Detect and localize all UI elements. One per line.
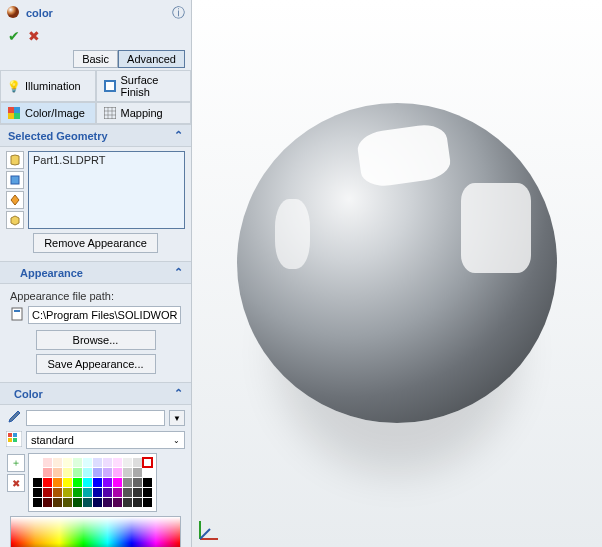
color-swatch[interactable] bbox=[143, 468, 152, 477]
color-swatch[interactable] bbox=[53, 488, 62, 497]
basic-mode-button[interactable]: Basic bbox=[73, 50, 118, 68]
chevron-down-icon: ⌄ bbox=[173, 436, 180, 445]
color-swatch-grid[interactable]: ＋ ✖ bbox=[28, 453, 157, 512]
selected-geometry-list[interactable]: Part1.SLDPRT bbox=[28, 151, 185, 229]
color-swatch[interactable] bbox=[113, 458, 122, 467]
advanced-mode-button[interactable]: Advanced bbox=[118, 50, 185, 68]
color-swatch[interactable] bbox=[113, 488, 122, 497]
tab-illumination[interactable]: 💡 Illumination bbox=[0, 70, 96, 102]
color-swatch[interactable] bbox=[103, 468, 112, 477]
color-swatch[interactable] bbox=[103, 478, 112, 487]
color-header[interactable]: Color ⌃ bbox=[0, 382, 191, 405]
remove-appearance-button[interactable]: Remove Appearance bbox=[33, 233, 158, 253]
view-triad-icon[interactable] bbox=[196, 515, 224, 543]
svg-rect-12 bbox=[8, 433, 12, 437]
color-swatch[interactable] bbox=[63, 468, 72, 477]
color-swatch[interactable] bbox=[53, 478, 62, 487]
color-swatch[interactable] bbox=[143, 488, 152, 497]
color-swatch[interactable] bbox=[73, 478, 82, 487]
save-appearance-button[interactable]: Save Appearance... bbox=[36, 354, 156, 374]
color-swatch[interactable] bbox=[123, 488, 132, 497]
color-swatch[interactable] bbox=[43, 468, 52, 477]
filter-part-button[interactable] bbox=[6, 151, 24, 169]
color-swatch[interactable] bbox=[53, 498, 62, 507]
tab-mapping[interactable]: Mapping bbox=[96, 102, 192, 124]
svg-rect-15 bbox=[13, 438, 17, 442]
color-swatch[interactable] bbox=[63, 498, 72, 507]
color-swatch[interactable] bbox=[83, 458, 92, 467]
add-swatch-button[interactable]: ＋ bbox=[7, 454, 25, 472]
palette-select[interactable]: standard ⌄ bbox=[26, 431, 185, 449]
color-swatch[interactable] bbox=[133, 488, 142, 497]
color-image-icon bbox=[7, 106, 21, 120]
color-swatch[interactable] bbox=[103, 458, 112, 467]
color-swatch[interactable] bbox=[73, 488, 82, 497]
color-swatch[interactable] bbox=[73, 468, 82, 477]
remove-swatch-button[interactable]: ✖ bbox=[7, 474, 25, 492]
color-swatch[interactable] bbox=[93, 468, 102, 477]
color-swatch[interactable] bbox=[63, 458, 72, 467]
tab-color-image[interactable]: Color/Image bbox=[0, 102, 96, 124]
list-item[interactable]: Part1.SLDPRT bbox=[33, 154, 180, 166]
color-swatch[interactable] bbox=[143, 498, 152, 507]
color-swatch[interactable] bbox=[133, 498, 142, 507]
color-swatch[interactable] bbox=[33, 478, 42, 487]
current-color-display[interactable] bbox=[26, 410, 165, 426]
mapping-icon bbox=[103, 106, 117, 120]
eyedropper-icon[interactable] bbox=[6, 409, 22, 427]
ok-button[interactable]: ✔ bbox=[8, 28, 20, 44]
color-swatch[interactable] bbox=[73, 458, 82, 467]
appearance-path-input[interactable] bbox=[28, 306, 181, 324]
color-swatch[interactable] bbox=[83, 468, 92, 477]
color-swatch[interactable] bbox=[83, 488, 92, 497]
color-dropdown-button[interactable]: ▼ bbox=[169, 410, 185, 426]
color-swatch[interactable] bbox=[53, 468, 62, 477]
color-swatch[interactable] bbox=[83, 478, 92, 487]
color-swatch[interactable] bbox=[103, 498, 112, 507]
color-swatch[interactable] bbox=[43, 458, 52, 467]
help-icon[interactable]: ⓘ bbox=[172, 4, 185, 22]
color-swatch[interactable] bbox=[93, 488, 102, 497]
color-swatch[interactable] bbox=[133, 468, 142, 477]
color-swatch[interactable] bbox=[113, 478, 122, 487]
color-swatch[interactable] bbox=[33, 488, 42, 497]
filter-body-button[interactable] bbox=[6, 211, 24, 229]
color-swatch[interactable] bbox=[113, 468, 122, 477]
cancel-button[interactable]: ✖ bbox=[28, 28, 40, 44]
color-swatch[interactable] bbox=[43, 498, 52, 507]
appearance-sphere-icon bbox=[6, 5, 20, 21]
color-swatch[interactable] bbox=[123, 458, 132, 467]
color-swatch[interactable] bbox=[53, 458, 62, 467]
color-swatch[interactable] bbox=[133, 478, 142, 487]
tab-surface-finish[interactable]: Surface Finish bbox=[96, 70, 192, 102]
color-swatch[interactable] bbox=[43, 488, 52, 497]
filter-face-button[interactable] bbox=[6, 171, 24, 189]
color-spectrum-picker[interactable] bbox=[10, 516, 181, 547]
palette-icon bbox=[6, 431, 22, 449]
color-swatch[interactable] bbox=[63, 488, 72, 497]
color-swatch[interactable] bbox=[103, 488, 112, 497]
color-swatch[interactable] bbox=[93, 458, 102, 467]
color-swatch[interactable] bbox=[63, 478, 72, 487]
selected-geometry-header[interactable]: Selected Geometry ⌃ bbox=[0, 124, 191, 147]
filter-feature-button[interactable] bbox=[6, 191, 24, 209]
color-swatch[interactable] bbox=[73, 498, 82, 507]
color-swatch[interactable] bbox=[83, 498, 92, 507]
svg-rect-7 bbox=[104, 107, 116, 119]
browse-button[interactable]: Browse... bbox=[36, 330, 156, 350]
color-swatch[interactable] bbox=[33, 458, 42, 467]
color-swatch[interactable] bbox=[33, 498, 42, 507]
appearance-header[interactable]: Appearance ⌃ bbox=[0, 261, 191, 284]
color-swatch[interactable] bbox=[143, 478, 152, 487]
color-swatch[interactable] bbox=[113, 498, 122, 507]
color-swatch[interactable] bbox=[123, 498, 132, 507]
color-swatch[interactable] bbox=[43, 478, 52, 487]
color-swatch[interactable] bbox=[93, 498, 102, 507]
color-swatch[interactable] bbox=[123, 468, 132, 477]
3d-viewport[interactable] bbox=[192, 0, 602, 547]
color-swatch[interactable] bbox=[123, 478, 132, 487]
color-swatch[interactable] bbox=[33, 468, 42, 477]
color-swatch[interactable] bbox=[93, 478, 102, 487]
color-swatch[interactable] bbox=[143, 458, 152, 467]
color-swatch[interactable] bbox=[133, 458, 142, 467]
